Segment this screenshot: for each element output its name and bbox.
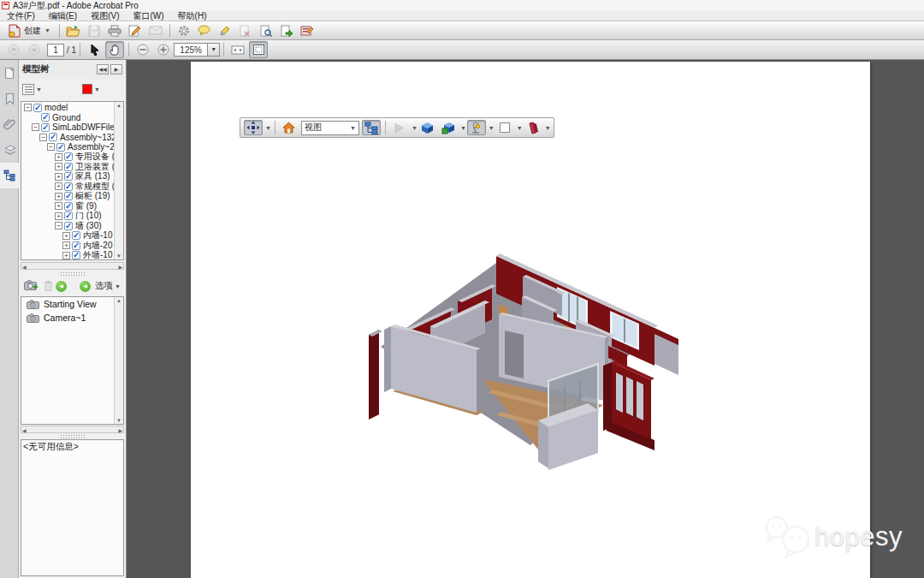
tree-expander-icon[interactable]: + xyxy=(62,252,70,259)
tree-item[interactable]: −✓Assembly~2 xyxy=(22,142,114,152)
rotate-tool-button[interactable] xyxy=(244,120,263,135)
zoom-dropdown-button[interactable]: ▼ xyxy=(208,43,220,57)
next-view-button[interactable]: ◀ xyxy=(80,281,91,292)
tree-expander-icon[interactable]: + xyxy=(55,212,62,220)
tree-expander-icon[interactable]: + xyxy=(62,241,70,249)
highlight-color-button[interactable]: ▼ xyxy=(82,84,100,94)
scroll-up-icon[interactable]: ▲ xyxy=(115,298,123,303)
page-down-button[interactable] xyxy=(25,41,44,58)
tree-checkbox[interactable]: ✓ xyxy=(49,133,57,141)
settings-gear-button[interactable] xyxy=(175,22,193,39)
select-tool-button[interactable] xyxy=(85,41,104,58)
scroll-right-icon[interactable]: ▶ xyxy=(118,427,122,433)
tree-item[interactable]: +✓橱柜 (19) xyxy=(22,192,114,202)
chevron-down-icon[interactable]: ▼ xyxy=(489,125,495,131)
tree-item[interactable]: +✓常规模型 ( xyxy=(22,182,114,192)
tree-checkbox[interactable]: ✓ xyxy=(33,104,42,112)
tree-item[interactable]: +✓内墙-10 xyxy=(22,231,114,241)
tree-checkbox[interactable]: ✓ xyxy=(64,182,73,191)
3d-house-model[interactable] xyxy=(355,244,689,475)
panel-collapse-button[interactable]: ◀◀ xyxy=(97,64,109,74)
tree-expander-icon[interactable]: − xyxy=(47,143,55,151)
tree-checkbox[interactable]: ✓ xyxy=(72,251,80,259)
panel-expand-button[interactable]: ▶ xyxy=(110,64,122,74)
tree-checkbox[interactable]: ✓ xyxy=(64,163,73,171)
tree-expander-icon[interactable]: + xyxy=(55,202,62,210)
background-color-button[interactable] xyxy=(495,120,514,135)
menu-item-1[interactable]: 编辑(E) xyxy=(42,10,84,22)
view-item[interactable]: Camera~1 xyxy=(21,311,123,325)
tree-expander-icon[interactable]: − xyxy=(55,222,62,229)
views-options-button[interactable]: 选项 ▼ xyxy=(93,280,121,292)
scroll-down-icon[interactable]: ▼ xyxy=(115,418,123,423)
views-combobox[interactable]: 视图 ▼ xyxy=(301,121,359,135)
panel-splitter[interactable] xyxy=(19,271,126,277)
scroll-right-icon[interactable]: ▶ xyxy=(118,264,122,270)
chevron-down-icon[interactable]: ▼ xyxy=(460,125,466,131)
panel-splitter[interactable] xyxy=(19,433,126,439)
tree-expander-icon[interactable]: + xyxy=(55,173,62,181)
tree-checkbox[interactable]: ✓ xyxy=(64,192,73,200)
open-file-button[interactable] xyxy=(64,22,83,39)
tree-item[interactable]: ✓Ground xyxy=(22,113,114,123)
tree-item[interactable]: −✓SimLabDWFFile xyxy=(22,122,114,133)
add-view-button[interactable] xyxy=(24,280,38,293)
tree-checkbox[interactable]: ✓ xyxy=(72,241,80,250)
home-view-button[interactable] xyxy=(280,120,299,135)
tree-checkbox[interactable]: ✓ xyxy=(64,172,73,181)
bookmarks-panel-button[interactable] xyxy=(0,86,19,111)
model-tree-panel-button[interactable] xyxy=(0,163,19,188)
tree-item[interactable]: +✓内墙-20 xyxy=(22,241,114,251)
page-export-button[interactable] xyxy=(277,22,296,39)
tree-horizontal-scrollbar[interactable]: ◀ ▶ xyxy=(21,262,124,270)
zoom-in-button[interactable] xyxy=(154,41,173,58)
tree-expander-icon[interactable]: − xyxy=(39,134,47,141)
zoom-out-button[interactable] xyxy=(133,41,152,58)
scroll-left-icon[interactable]: ◀ xyxy=(22,264,27,270)
tree-expander-icon[interactable]: + xyxy=(62,232,70,240)
tree-checkbox[interactable]: ✓ xyxy=(64,222,73,230)
attachments-panel-button[interactable] xyxy=(0,111,19,137)
delete-view-button[interactable] xyxy=(44,280,53,293)
highlight-pen-button[interactable] xyxy=(216,22,234,39)
view-item[interactable]: Starting View xyxy=(21,297,123,311)
form-edit-button[interactable] xyxy=(298,22,317,39)
tree-expander-icon[interactable]: + xyxy=(55,153,62,161)
tree-item[interactable]: −✓model xyxy=(22,103,114,113)
page-search-button[interactable] xyxy=(257,22,275,39)
previous-view-button[interactable]: ◀ xyxy=(56,281,67,292)
tree-expander-icon[interactable]: − xyxy=(32,123,39,131)
menu-item-3[interactable]: 窗口(W) xyxy=(126,10,170,22)
print-button[interactable] xyxy=(105,22,124,39)
tree-item[interactable]: +✓窗 (9) xyxy=(22,201,114,212)
tree-checkbox[interactable]: ✓ xyxy=(72,231,80,240)
zoom-level-input[interactable]: 125% xyxy=(174,43,208,57)
pages-panel-button[interactable] xyxy=(0,60,19,86)
model-tree-toggle-button[interactable] xyxy=(362,120,381,135)
tree-checkbox[interactable]: ✓ xyxy=(64,202,73,211)
sign-page-button[interactable] xyxy=(126,22,145,39)
send-email-button[interactable] xyxy=(146,22,165,39)
tree-item[interactable]: +✓家具 (13) xyxy=(22,172,114,182)
tree-item[interactable]: −✓墙 (30) xyxy=(22,221,114,231)
tree-item[interactable]: +✓外墙-10 xyxy=(22,251,114,261)
fit-width-button[interactable] xyxy=(228,41,247,58)
tree-checkbox[interactable]: ✓ xyxy=(64,212,73,220)
tree-expander-icon[interactable]: + xyxy=(55,182,62,190)
fit-page-button[interactable] xyxy=(249,41,268,58)
tree-checkbox[interactable]: ✓ xyxy=(64,152,73,161)
tree-item[interactable]: −✓Assembly~1326 xyxy=(22,133,114,143)
comment-bubble-button[interactable] xyxy=(195,22,214,39)
document-pane[interactable]: ▼ 视图 ▼ ▼ ▼ ▼ ▼ xyxy=(127,60,924,578)
scroll-left-icon[interactable]: ◀ xyxy=(22,427,27,433)
tree-options-button[interactable]: ▼ xyxy=(22,84,42,95)
views-vertical-scrollbar[interactable]: ▲ ▼ xyxy=(114,297,123,424)
menu-item-4[interactable]: 帮助(H) xyxy=(171,10,214,22)
tree-item[interactable]: +✓卫浴装置 ( xyxy=(22,162,114,172)
page-up-button[interactable] xyxy=(4,41,23,58)
menu-item-0[interactable]: 文件(F) xyxy=(0,10,42,22)
tree-vertical-scrollbar[interactable]: ▲ ▼ xyxy=(114,102,123,259)
layers-panel-button[interactable] xyxy=(0,137,19,163)
chevron-down-icon[interactable]: ▼ xyxy=(265,125,271,131)
views-horizontal-scrollbar[interactable]: ◀ ▶ xyxy=(21,426,124,433)
